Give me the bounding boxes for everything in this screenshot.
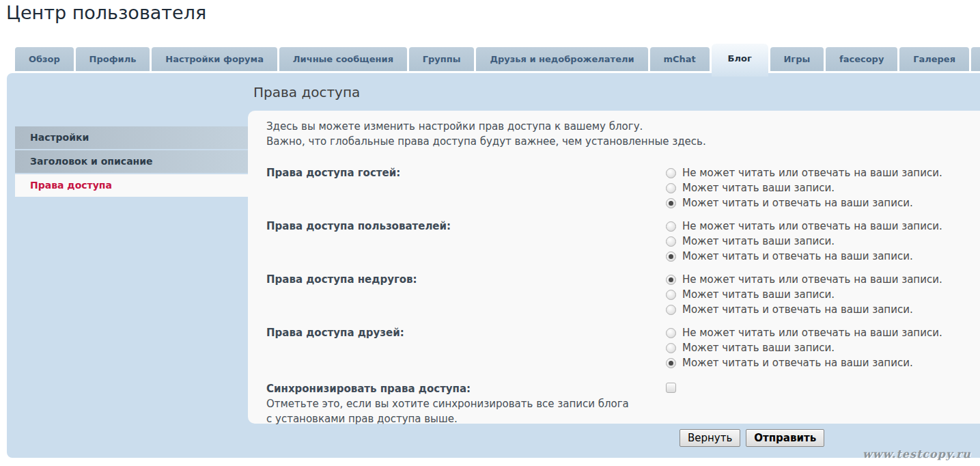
radio-option-0-2[interactable]: Может читать и отвечать на ваши записи. bbox=[666, 195, 942, 210]
radio-option-label: Может читать ваши записи. bbox=[682, 288, 835, 301]
radio-button-0-2[interactable] bbox=[666, 198, 676, 208]
page-title: Центр пользователя bbox=[6, 2, 206, 23]
radio-button-1-1[interactable] bbox=[666, 236, 676, 247]
radio-option-label: Может читать и отвечать на ваши записи. bbox=[682, 197, 913, 209]
sidebar-item-label: Настройки bbox=[30, 132, 89, 143]
radio-group-2: Права доступа недругов: Не может читать … bbox=[266, 272, 966, 317]
radio-group-label: Права доступа друзей: bbox=[266, 325, 666, 340]
radio-option-1-0[interactable]: Не может читать или отвечать на ваши зап… bbox=[666, 219, 942, 234]
tab-1[interactable]: Профиль bbox=[76, 47, 150, 71]
form-buttons: Вернуть Отправить bbox=[680, 429, 824, 447]
tab-9[interactable]: facecopy bbox=[826, 47, 897, 71]
content-heading: Права доступа bbox=[253, 84, 360, 100]
radio-button-2-2[interactable] bbox=[666, 305, 676, 315]
sidebar-item-2[interactable]: Права доступа bbox=[15, 174, 248, 197]
tab-2[interactable]: Настройки форума bbox=[152, 47, 277, 71]
tab-7[interactable]: Блог bbox=[712, 44, 768, 77]
radio-group-label: Права доступа гостей: bbox=[266, 165, 666, 180]
radio-button-2-1[interactable] bbox=[666, 290, 676, 300]
submit-button[interactable]: Отправить bbox=[746, 429, 824, 447]
radio-option-label: Может читать и отвечать на ваши записи. bbox=[682, 250, 913, 262]
sync-label: Синхронизировать права доступа: bbox=[266, 381, 666, 396]
sidebar-item-label: Права доступа bbox=[30, 180, 112, 191]
sidebar-menu: НастройкиЗаголовок и описаниеПрава досту… bbox=[15, 126, 248, 198]
radio-option-3-0[interactable]: Не может читать или отвечать на ваши зап… bbox=[666, 325, 942, 340]
tab-label: facecopy bbox=[839, 54, 884, 64]
reset-button[interactable]: Вернуть bbox=[680, 429, 740, 447]
radio-button-3-2[interactable] bbox=[666, 358, 676, 368]
radio-option-label: Не может читать или отвечать на ваши зап… bbox=[682, 327, 942, 339]
tab-label: mChat bbox=[663, 54, 695, 64]
sidebar-item-label: Заголовок и описание bbox=[30, 156, 153, 167]
watermark: www.testcopy.ru bbox=[863, 448, 971, 461]
radio-option-label: Может читать и отвечать на ваши записи. bbox=[682, 303, 913, 316]
intro-line-2: Важно, что глобальные права доступа буду… bbox=[266, 134, 966, 149]
tab-label: Игры bbox=[783, 54, 810, 64]
radio-option-label: Не может читать или отвечать на ваши зап… bbox=[682, 220, 942, 232]
radio-option-label: Может читать ваши записи. bbox=[682, 182, 835, 194]
tab-label: Галерея bbox=[913, 54, 955, 64]
tab-label: Настройки форума bbox=[165, 54, 264, 64]
tab-label: Друзья и недоброжелатели bbox=[490, 54, 634, 64]
radio-option-1-1[interactable]: Может читать ваши записи. bbox=[666, 234, 942, 249]
tabs-row: ОбзорПрофильНастройки форумаЛичные сообщ… bbox=[15, 44, 980, 77]
sync-row: Синхронизировать права доступа: Отметьте… bbox=[266, 381, 966, 426]
radio-option-2-2[interactable]: Может читать и отвечать на ваши записи. bbox=[666, 302, 942, 317]
radio-option-0-1[interactable]: Может читать ваши записи. bbox=[666, 180, 942, 195]
radio-option-2-0[interactable]: Не может читать или отвечать на ваши зап… bbox=[666, 272, 942, 287]
intro-text: Здесь вы можете изменить настройки прав … bbox=[266, 119, 966, 149]
radio-button-2-0[interactable] bbox=[666, 275, 676, 285]
radio-option-3-2[interactable]: Может читать и отвечать на ваши записи. bbox=[666, 355, 942, 370]
content-panel: Здесь вы можете изменить настройки прав … bbox=[248, 111, 980, 424]
radio-button-0-1[interactable] bbox=[666, 183, 676, 193]
tab-label: Блог bbox=[728, 53, 752, 64]
tab-label: Профиль bbox=[89, 54, 137, 64]
radio-option-1-2[interactable]: Может читать и отвечать на ваши записи. bbox=[666, 249, 942, 264]
sync-label-block: Синхронизировать права доступа: Отметьте… bbox=[266, 381, 666, 426]
radio-button-3-1[interactable] bbox=[666, 343, 676, 353]
permission-groups: Права доступа гостей: Не может читать ил… bbox=[266, 165, 966, 370]
radio-options: Не может читать или отвечать на ваши зап… bbox=[666, 325, 942, 370]
tab-10[interactable]: Галерея bbox=[899, 47, 969, 71]
tab-4[interactable]: Группы bbox=[409, 47, 475, 71]
radio-group-label: Права доступа пользователей: bbox=[266, 219, 666, 234]
radio-options: Не может читать или отвечать на ваши зап… bbox=[666, 272, 942, 317]
radio-group-1: Права доступа пользователей: Не может чи… bbox=[266, 219, 966, 264]
radio-button-3-0[interactable] bbox=[666, 328, 676, 338]
radio-option-3-1[interactable]: Может читать ваши записи. bbox=[666, 340, 942, 355]
tab-label: Группы bbox=[423, 54, 461, 64]
intro-line-1: Здесь вы можете изменить настройки прав … bbox=[266, 119, 966, 134]
sync-desc-line-2: с установками прав доступа выше. bbox=[266, 411, 666, 426]
tab-3[interactable]: Личные сообщения bbox=[279, 47, 407, 71]
tab-label: Личные сообщения bbox=[293, 54, 393, 64]
radio-button-1-2[interactable] bbox=[666, 251, 676, 262]
sidebar-item-0[interactable]: Настройки bbox=[15, 126, 248, 149]
radio-option-label: Может читать и отвечать на ваши записи. bbox=[682, 357, 913, 369]
sync-checkbox[interactable] bbox=[666, 383, 676, 393]
radio-option-label: Не может читать или отвечать на ваши зап… bbox=[682, 167, 942, 179]
sidebar-item-1[interactable]: Заголовок и описание bbox=[15, 150, 248, 173]
tab-partial[interactable] bbox=[971, 47, 980, 71]
radio-option-label: Может читать ваши записи. bbox=[682, 342, 835, 354]
radio-option-label: Может читать ваши записи. bbox=[682, 235, 835, 247]
radio-option-0-0[interactable]: Не может читать или отвечать на ваши зап… bbox=[666, 165, 942, 180]
radio-option-2-1[interactable]: Может читать ваши записи. bbox=[666, 287, 942, 302]
tab-6[interactable]: mChat bbox=[650, 47, 710, 71]
radio-group-0: Права доступа гостей: Не может читать ил… bbox=[266, 165, 966, 210]
radio-options: Не может читать или отвечать на ваши зап… bbox=[666, 165, 942, 210]
tab-8[interactable]: Игры bbox=[770, 47, 824, 71]
main-container: Права доступа НастройкиЗаголовок и описа… bbox=[7, 73, 980, 458]
tab-5[interactable]: Друзья и недоброжелатели bbox=[476, 47, 647, 71]
tab-label: Обзор bbox=[29, 54, 60, 64]
radio-option-label: Не может читать или отвечать на ваши зап… bbox=[682, 273, 942, 286]
radio-button-0-0[interactable] bbox=[666, 168, 676, 178]
radio-group-3: Права доступа друзей: Не может читать ил… bbox=[266, 325, 966, 370]
radio-button-1-0[interactable] bbox=[666, 221, 676, 232]
sync-desc-line-1: Отметьте это, если вы хотите синхронизир… bbox=[266, 396, 666, 411]
tab-0[interactable]: Обзор bbox=[15, 47, 74, 71]
radio-options: Не может читать или отвечать на ваши зап… bbox=[666, 219, 942, 264]
radio-group-label: Права доступа недругов: bbox=[266, 272, 666, 287]
